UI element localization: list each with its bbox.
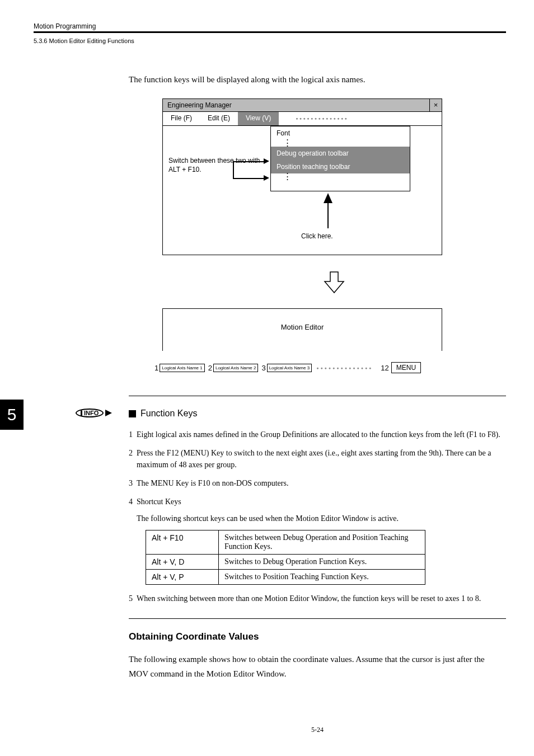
list-text-2: Press the F12 (MENU) Key to switch to th… [137,447,506,471]
shortcut-key: Alt + F10 [146,530,219,555]
vdots-icon-2: ⋮ [271,173,410,180]
info-oval: INFO [76,408,104,417]
list-text-5: When switching between more than one Mot… [137,593,506,604]
switch-annotation: Switch between these two with ALT + F10. [168,157,270,174]
obtaining-coords-heading: Obtaining Coordinate Values [129,631,506,642]
table-row: Alt + V, D Switches to Debug Operation F… [146,555,425,570]
menu-edit[interactable]: Edit (E) [200,112,238,125]
fkey-num-3: 3 [261,364,265,372]
list-4-subtext: The following shortcut keys can be used … [137,514,506,523]
list-text-3: The MENU Key is F10 on non-DOS computers… [137,477,506,489]
dropdown-position-toolbar[interactable]: Position teaching toolbar [271,160,410,173]
fkey-num-2: 2 [208,364,212,372]
fkey-box-2[interactable]: Logical Axis Name 2 [213,364,258,372]
section-number: 5.3.6 Motion Editor Editing Functions [34,37,506,44]
square-bullet-icon [129,410,136,417]
list-text-1: Eight logical axis names defined in the … [137,429,506,440]
list-num-1: 1 [129,429,137,440]
list-num-4: 4 [129,496,137,508]
list-num-3: 3 [129,477,137,489]
fkey-box-3[interactable]: Logical Axis Name 3 [267,364,312,372]
shortcut-key: Alt + V, D [146,555,219,570]
motion-editor-window: Motion Editor [162,308,442,351]
fkey-num-1: 1 [154,364,158,372]
divider-2 [129,618,506,619]
close-icon[interactable]: × [429,99,442,111]
figure-engineering-manager: Engineering Manager × File (F) Edit (E) … [162,98,506,373]
dropdown-font[interactable]: Font [271,126,410,140]
menu-file[interactable]: File (F) [163,112,200,125]
dropdown-debug-toolbar[interactable]: Debug operation toolbar [271,147,410,160]
fkey-ellipsis: ●●●●●●●●●●●●●● [316,366,373,370]
list-num-5: 5 [129,593,137,604]
menu-view[interactable]: View (V) [238,112,279,125]
shortcut-desc: Switches to Position Teaching Function K… [219,570,425,585]
chapter-tab: 5 [0,400,24,430]
arrow-line-v [233,161,234,178]
motion-editor-title: Motion Editor [281,323,324,331]
click-here-label: Click here. [301,232,333,240]
fkey-menu-button[interactable]: MENU [391,362,421,373]
arrow-stem [327,203,329,228]
vdots-icon: ⋮ [271,140,410,147]
table-row: Alt + V, P Switches to Position Teaching… [146,570,425,585]
list-num-2: 2 [129,447,137,471]
arrow-line-top [233,161,264,162]
shortcut-table: Alt + F10 Switches between Debug Operati… [146,530,425,585]
function-keys-heading: Function Keys [129,408,506,419]
fkey-num-12: 12 [381,364,388,372]
page-number: 5-24 [0,726,506,734]
shortcut-key: Alt + V, P [146,570,219,585]
chapter-title: Motion Programming [34,22,506,33]
arrow-up-icon [324,193,332,203]
arrow-right-icon [264,158,269,164]
window-title: Engineering Manager [163,99,429,111]
triangle-icon [105,410,112,416]
function-key-row: 1 Logical Axis Name 1 2 Logical Axis Nam… [151,362,459,373]
shortcut-desc: Switches to Debug Operation Function Key… [219,555,425,570]
down-arrow-icon [323,269,345,297]
arrow-line-bottom [233,178,264,179]
obtaining-coords-body: The following example shows how to obtai… [129,652,506,681]
table-row: Alt + F10 Switches between Debug Operati… [146,530,425,555]
list-text-4: Shortcut Keys [137,496,506,508]
fkey-box-1[interactable]: Logical Axis Name 1 [160,364,204,372]
shortcut-desc: Switches between Debug Operation and Pos… [219,530,425,555]
info-badge: INFO [76,408,112,417]
divider [129,396,506,396]
arrow-right-icon-2 [264,175,269,181]
intro-paragraph: The function keys will be displayed alon… [129,75,506,84]
menu-ellipsis: ●●●●●●●●●●●●●● [279,112,365,125]
